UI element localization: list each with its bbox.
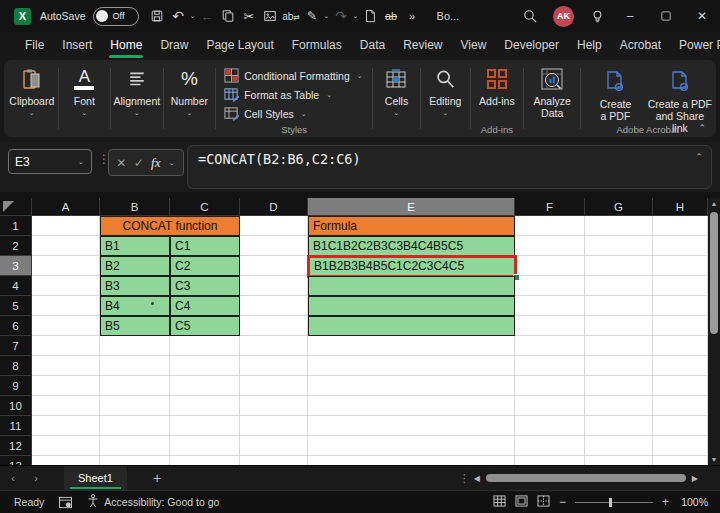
copy-icon[interactable]	[218, 4, 239, 28]
cell-a8[interactable]	[32, 356, 100, 376]
tab-developer[interactable]: Developer	[495, 32, 568, 60]
select-all-corner[interactable]	[0, 198, 32, 216]
cell-g6[interactable]	[585, 316, 653, 336]
cell-d3[interactable]	[240, 256, 308, 276]
group-number[interactable]: %Number⌄	[166, 63, 214, 137]
cell-d8[interactable]	[240, 356, 308, 376]
tab-data[interactable]: Data	[351, 32, 394, 60]
maximize-button[interactable]	[648, 0, 684, 32]
cell-d4[interactable]	[240, 276, 308, 296]
group-editing[interactable]: Editing⌄	[423, 63, 468, 137]
tab-formulas[interactable]: Formulas	[283, 32, 351, 60]
search-icon[interactable]	[515, 0, 545, 32]
strikethrough-icon[interactable]: ab	[381, 4, 402, 28]
cancel-icon[interactable]: ✕	[116, 156, 126, 170]
cell-h10[interactable]	[653, 396, 708, 416]
save-icon[interactable]	[147, 4, 168, 28]
cell-d9[interactable]	[240, 376, 308, 396]
cell-f12[interactable]	[515, 436, 585, 456]
cell-c5[interactable]: C4	[170, 296, 240, 316]
group-clipboard[interactable]: Clipboard⌄	[8, 63, 56, 137]
tab-help[interactable]: Help	[568, 32, 611, 60]
cell-e5[interactable]	[308, 296, 515, 316]
cell-h7[interactable]	[653, 336, 708, 356]
row-header-11[interactable]: 11	[0, 416, 32, 436]
column-header-c[interactable]: C	[170, 198, 240, 216]
cell-f11[interactable]	[515, 416, 585, 436]
cell-c7[interactable]	[170, 336, 240, 356]
enter-icon[interactable]: ✓	[134, 156, 144, 170]
cell-b4[interactable]: B3	[100, 276, 170, 296]
cell-h6[interactable]	[653, 316, 708, 336]
cell-f8[interactable]	[515, 356, 585, 376]
horizontal-scroll-thumb[interactable]	[486, 474, 686, 482]
back-icon[interactable]: ←	[197, 4, 218, 28]
cell-e11[interactable]	[308, 416, 515, 436]
scroll-down-icon[interactable]: ▼	[708, 456, 720, 463]
cell-b12[interactable]	[100, 436, 170, 456]
vertical-scrollbar[interactable]: ▲ ▼	[708, 198, 720, 465]
row-header-9[interactable]: 9	[0, 376, 32, 396]
tab-home[interactable]: Home	[101, 32, 151, 60]
cell-g10[interactable]	[585, 396, 653, 416]
tab-power-pivot[interactable]: Power Pivot	[670, 32, 720, 60]
row-header-12[interactable]: 12	[0, 436, 32, 456]
cell-e10[interactable]	[308, 396, 515, 416]
cell-d12[interactable]	[240, 436, 308, 456]
cell-b6[interactable]: B5	[100, 316, 170, 336]
row-header-8[interactable]: 8	[0, 356, 32, 376]
cell-h9[interactable]	[653, 376, 708, 396]
cell-d7[interactable]	[240, 336, 308, 356]
cell-f7[interactable]	[515, 336, 585, 356]
cell-c3[interactable]: C2	[170, 256, 240, 276]
scroll-left-icon[interactable]: ◀	[474, 474, 480, 483]
cell-f13[interactable]	[515, 456, 585, 465]
cell-a2[interactable]	[32, 236, 100, 256]
cell-d5[interactable]	[240, 296, 308, 316]
button-conditional-formatting[interactable]: Conditional Formatting⌄	[224, 68, 364, 83]
cell-b8[interactable]	[100, 356, 170, 376]
cell-h1[interactable]	[653, 216, 708, 236]
row-header-7[interactable]: 7	[0, 336, 32, 356]
cell-a7[interactable]	[32, 336, 100, 356]
row-header-4[interactable]: 4	[0, 276, 32, 296]
document-name[interactable]: Bo...	[437, 10, 460, 22]
cell-d1[interactable]	[240, 216, 308, 236]
cell-d6[interactable]	[240, 316, 308, 336]
cell-h8[interactable]	[653, 356, 708, 376]
row-header-5[interactable]: 5	[0, 296, 32, 316]
cell-g4[interactable]	[585, 276, 653, 296]
column-header-e[interactable]: E	[308, 198, 515, 216]
minimize-button[interactable]: –	[612, 0, 648, 32]
cell-g5[interactable]	[585, 296, 653, 316]
zoom-slider[interactable]	[575, 502, 653, 503]
group-add-ins[interactable]: Add-insAdd-ins	[473, 63, 522, 137]
cell-b7[interactable]	[100, 336, 170, 356]
button-cell-styles[interactable]: Cell Styles⌄	[224, 106, 308, 121]
undo-icon[interactable]: ↶	[168, 4, 189, 28]
cell-a1[interactable]	[32, 216, 100, 236]
cell-f6[interactable]	[515, 316, 585, 336]
cell-c2[interactable]: C1	[170, 236, 240, 256]
cell-a13[interactable]	[32, 456, 100, 465]
prev-sheet-icon[interactable]: ‹	[0, 472, 26, 484]
cell-c6[interactable]: C5	[170, 316, 240, 336]
cell-b3[interactable]: B2	[100, 256, 170, 276]
cell-f9[interactable]	[515, 376, 585, 396]
cell-a3[interactable]	[32, 256, 100, 276]
cell-h12[interactable]	[653, 436, 708, 456]
cell-b13[interactable]	[100, 456, 170, 465]
cell-e4[interactable]	[308, 276, 515, 296]
redo-icon[interactable]: ↷	[331, 4, 352, 28]
cell-c10[interactable]	[170, 396, 240, 416]
cell-g1[interactable]	[585, 216, 653, 236]
tab-view[interactable]: View	[452, 32, 496, 60]
cell-f5[interactable]	[515, 296, 585, 316]
collapse-ribbon-icon[interactable]: ⌃	[698, 123, 706, 133]
row-header-10[interactable]: 10	[0, 396, 32, 416]
draw-icon[interactable]: ✎	[302, 4, 323, 28]
cell-c4[interactable]: C3	[170, 276, 240, 296]
cell-d11[interactable]	[240, 416, 308, 436]
expand-formula-bar-icon[interactable]: ⌃	[695, 152, 703, 162]
name-box[interactable]: E3 ⌄	[8, 149, 92, 174]
